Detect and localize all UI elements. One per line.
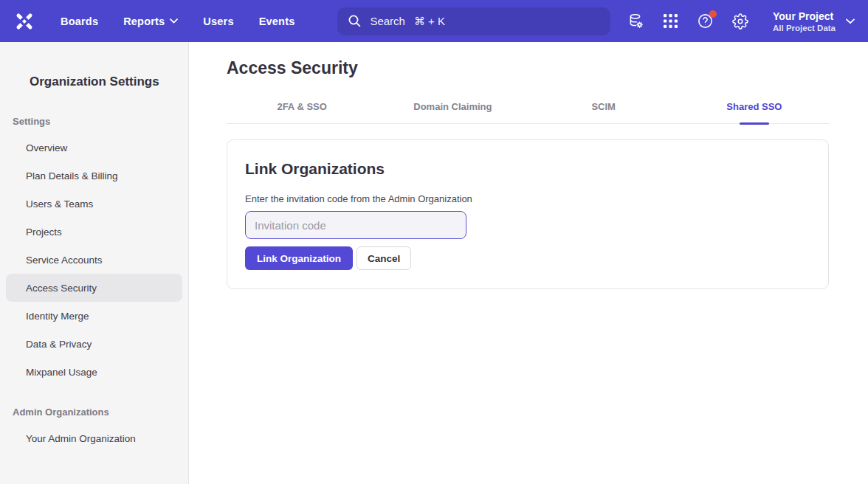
search-placeholder: Search bbox=[370, 15, 405, 28]
sidebar-title: Organization Settings bbox=[30, 75, 188, 89]
nav-item-label: Boards bbox=[61, 15, 98, 27]
card-actions: Link Organization Cancel bbox=[245, 246, 810, 270]
nav-item-label: Users bbox=[203, 15, 233, 27]
sidebar-item-service-accounts[interactable]: Service Accounts bbox=[6, 246, 182, 274]
settings-sidebar: Organization Settings Settings Overview … bbox=[0, 42, 189, 484]
search-shortcut: ⌘ + K bbox=[414, 15, 445, 28]
data-management-icon[interactable] bbox=[627, 13, 644, 30]
sidebar-item-your-admin-organization[interactable]: Your Admin Organization bbox=[6, 424, 182, 452]
tab-domain-claiming[interactable]: Domain Claiming bbox=[377, 101, 528, 123]
sidebar-item-identity-merge[interactable]: Identity Merge bbox=[6, 302, 182, 330]
project-selector[interactable]: Your Project All Project Data bbox=[773, 10, 855, 32]
tab-scim[interactable]: SCIM bbox=[528, 101, 679, 123]
chevron-down-icon bbox=[170, 18, 178, 24]
sidebar-item-mixpanel-usage[interactable]: Mixpanel Usage bbox=[6, 358, 182, 386]
nav-item-label: Events bbox=[259, 15, 295, 27]
invitation-code-input[interactable] bbox=[245, 211, 466, 239]
sidebar-item-overview[interactable]: Overview bbox=[6, 134, 182, 162]
tab-shared-sso[interactable]: Shared SSO bbox=[679, 101, 830, 123]
main-content: Access Security 2FA & SSO Domain Claimin… bbox=[189, 42, 868, 484]
link-organizations-card: Link Organizations Enter the invitation … bbox=[227, 139, 829, 289]
nav-item-boards[interactable]: Boards bbox=[61, 15, 98, 27]
search-input[interactable]: Search ⌘ + K bbox=[337, 7, 610, 35]
mixpanel-logo-icon bbox=[13, 10, 35, 32]
mixpanel-logo[interactable] bbox=[0, 10, 49, 32]
sidebar-item-plan-details-billing[interactable]: Plan Details & Billing bbox=[6, 162, 182, 190]
page-title: Access Security bbox=[227, 58, 830, 78]
tab-2fa-sso[interactable]: 2FA & SSO bbox=[227, 101, 377, 123]
project-name: Your Project bbox=[773, 10, 836, 22]
link-organization-button[interactable]: Link Organization bbox=[245, 246, 353, 270]
project-subtitle: All Project Data bbox=[773, 24, 836, 32]
primary-nav: Boards Reports Users Events bbox=[61, 15, 294, 27]
card-title: Link Organizations bbox=[245, 160, 810, 178]
sidebar-item-access-security[interactable]: Access Security bbox=[6, 274, 182, 302]
sidebar-item-projects[interactable]: Projects bbox=[6, 218, 182, 246]
search-icon bbox=[348, 14, 362, 28]
tab-bar: 2FA & SSO Domain Claiming SCIM Shared SS… bbox=[227, 101, 830, 124]
section-label-admin-organizations: Admin Organizations bbox=[13, 407, 188, 418]
top-navbar: Boards Reports Users Events Search ⌘ + K bbox=[0, 0, 868, 42]
sidebar-item-users-teams[interactable]: Users & Teams bbox=[6, 190, 182, 218]
settings-gear-icon[interactable] bbox=[732, 13, 748, 30]
apps-grid-icon[interactable] bbox=[663, 13, 678, 29]
invitation-code-label: Enter the invitation code from the Admin… bbox=[245, 193, 810, 204]
nav-item-users[interactable]: Users bbox=[203, 15, 233, 27]
nav-item-label: Reports bbox=[123, 15, 165, 27]
section-label-settings: Settings bbox=[13, 116, 188, 127]
cancel-button[interactable]: Cancel bbox=[356, 246, 411, 270]
sidebar-item-data-privacy[interactable]: Data & Privacy bbox=[6, 330, 182, 358]
help-icon[interactable] bbox=[697, 13, 714, 30]
nav-item-reports[interactable]: Reports bbox=[123, 15, 178, 27]
navbar-actions: Your Project All Project Data bbox=[627, 10, 855, 32]
nav-item-events[interactable]: Events bbox=[259, 15, 295, 27]
chevron-down-icon bbox=[846, 18, 855, 24]
notification-dot bbox=[709, 10, 717, 18]
